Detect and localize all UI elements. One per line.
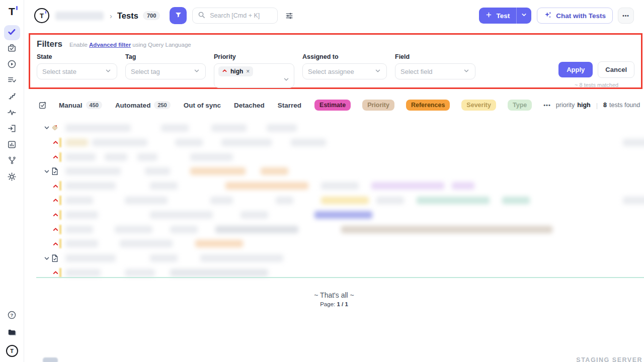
test-row[interactable] xyxy=(24,236,644,251)
sidebar-item-steps[interactable] xyxy=(4,89,20,105)
sidebar-item-reports[interactable] xyxy=(4,138,20,153)
test-row[interactable] xyxy=(24,135,644,150)
filters-title: Filters xyxy=(37,39,62,49)
test-row[interactable] xyxy=(24,178,644,193)
sidebar-item-branches[interactable] xyxy=(4,154,20,169)
redacted-text-blob xyxy=(65,269,101,277)
field-label: Field xyxy=(395,53,475,60)
redacted-text-blob xyxy=(105,153,127,161)
gear-icon xyxy=(7,172,17,184)
cancel-button[interactable]: Cancel xyxy=(598,61,634,78)
redacted-text-blob xyxy=(341,226,552,233)
project-name-redacted[interactable] xyxy=(55,12,104,20)
tab-count-badge: 450 xyxy=(86,101,102,109)
new-test-split-button: Test xyxy=(479,8,531,24)
new-test-button[interactable]: Test xyxy=(479,8,516,24)
svg-text:?: ? xyxy=(11,312,14,318)
tab-detached[interactable]: Detached xyxy=(234,102,265,109)
starred-strip xyxy=(59,181,61,191)
field-badge-priority[interactable]: Priority xyxy=(362,100,394,111)
field-badge-estimate[interactable]: Estimate xyxy=(314,100,351,111)
sidebar-item-analytics[interactable] xyxy=(4,106,20,121)
search-input[interactable] xyxy=(209,12,272,20)
redacted-text-blob xyxy=(321,182,359,190)
list-end-divider xyxy=(36,277,644,278)
tag-select[interactable]: Select tag xyxy=(125,63,206,79)
help-icon[interactable]: ? xyxy=(7,310,17,322)
test-row[interactable] xyxy=(24,208,644,222)
toolbar-tabs: Manual450Automated250Out of syncDetached… xyxy=(59,101,314,109)
field-badge-type[interactable]: Type xyxy=(508,100,532,111)
priority-select[interactable]: high× xyxy=(214,63,294,88)
page-title: Tests xyxy=(117,11,138,21)
redacted-text-blob xyxy=(170,269,268,277)
starred-strip xyxy=(59,268,61,278)
advanced-filter-link[interactable]: Advanced filter xyxy=(89,42,131,48)
redacted-text-blob xyxy=(65,139,88,146)
field-badge-severity[interactable]: Severity xyxy=(461,100,496,111)
redacted-text-blob xyxy=(261,167,288,175)
sidebar-item-plans[interactable] xyxy=(4,41,20,56)
redacted-text-blob xyxy=(150,211,213,219)
redacted-text-blob xyxy=(125,269,155,277)
field-badge-references[interactable]: References xyxy=(406,100,450,111)
sidebar-item-results[interactable] xyxy=(4,73,20,88)
tab-manual[interactable]: Manual450 xyxy=(59,101,102,109)
bar-chart-icon xyxy=(7,140,17,151)
suite-row[interactable] xyxy=(24,251,644,265)
tab-starred[interactable]: Starred xyxy=(278,102,301,109)
import-icon xyxy=(7,124,17,135)
chevron-down-icon[interactable] xyxy=(43,124,50,131)
state-select[interactable]: Select state xyxy=(37,63,117,79)
toolbar-field-badges: EstimatePriorityReferencesSeverityType xyxy=(314,100,543,111)
list-toolbar: Manual450Automated250Out of syncDetached… xyxy=(24,97,644,114)
test-row[interactable] xyxy=(24,193,644,208)
priority-high-icon xyxy=(52,269,59,276)
suite-row[interactable] xyxy=(24,164,644,178)
project-avatar[interactable]: T xyxy=(34,8,49,23)
app-logo-badge[interactable]: T xyxy=(6,345,18,357)
header-more-button[interactable]: ••• xyxy=(618,8,634,24)
filter-fields: StateSelect stateTagSelect tagPriorityhi… xyxy=(37,53,634,88)
redacted-text-blob xyxy=(221,139,272,146)
sidebar-item-runs[interactable] xyxy=(4,57,20,72)
test-row[interactable] xyxy=(24,150,644,164)
sidebar-bottom: ? T xyxy=(6,310,18,362)
redacted-text-blob xyxy=(161,124,189,132)
field-select[interactable]: Select field xyxy=(395,63,475,79)
new-test-dropdown[interactable] xyxy=(516,8,531,24)
filters-subtitle: Enable Advanced filter using Query Langu… xyxy=(69,42,191,48)
test-row[interactable] xyxy=(24,222,644,237)
redacted-text-blob xyxy=(125,197,168,204)
tab-out-of-sync[interactable]: Out of sync xyxy=(184,102,221,109)
starred-strip xyxy=(59,225,61,234)
tests-tree xyxy=(24,121,644,281)
chevron-down-icon[interactable] xyxy=(43,168,50,175)
assigned-to-select[interactable]: Select assignee xyxy=(302,63,387,79)
select-placeholder: Select field xyxy=(400,68,433,75)
badges-more-button[interactable]: ••• xyxy=(543,102,551,108)
chat-with-tests-button[interactable]: Chat with Tests xyxy=(537,8,613,24)
select-all-icon[interactable] xyxy=(38,101,47,110)
sidebar-item-settings[interactable] xyxy=(4,170,20,185)
sidebar-item-import[interactable] xyxy=(4,122,20,137)
suite-row[interactable] xyxy=(24,121,644,135)
select-placeholder: Select assignee xyxy=(308,68,354,75)
redacted-text-blob xyxy=(65,153,96,161)
plus-icon xyxy=(486,12,492,20)
sidebar-item-tests[interactable] xyxy=(4,25,20,40)
chip-remove-icon[interactable]: × xyxy=(246,68,250,75)
tab-automated[interactable]: Automated250 xyxy=(115,101,171,109)
chevron-down-icon[interactable] xyxy=(43,255,50,262)
select-placeholder: Select state xyxy=(42,68,76,75)
redacted-text-blob xyxy=(150,254,178,262)
search-settings-icon[interactable] xyxy=(285,11,294,20)
redacted-text-blob xyxy=(623,197,644,204)
document-check-icon xyxy=(51,167,58,175)
redacted-text-blob xyxy=(150,182,178,190)
redacted-text-blob xyxy=(291,139,326,146)
folder-icon[interactable] xyxy=(7,328,17,339)
filter-button[interactable] xyxy=(170,7,187,24)
chevron-down-icon xyxy=(105,67,112,76)
apply-button[interactable]: Apply xyxy=(558,62,593,77)
